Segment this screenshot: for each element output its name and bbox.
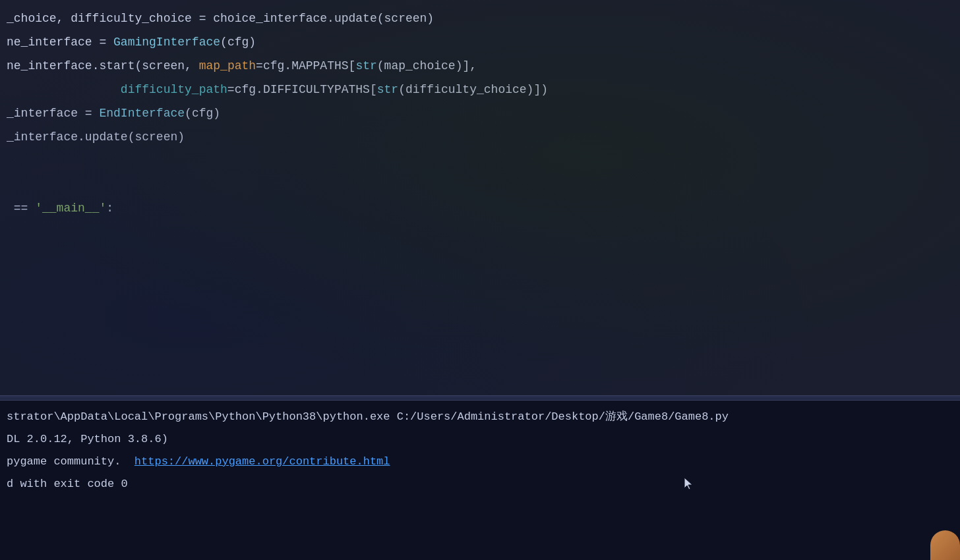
terminal-line-exit: d with exit code 0 (7, 473, 953, 495)
code-line-blank2 (0, 173, 960, 196)
code-editor: _choice, difficulty_choice = choice_inte… (0, 0, 960, 395)
editor-terminal-divider (0, 395, 960, 401)
terminal-line-2: DL 2.0.12, Python 3.8.6) (7, 428, 953, 451)
pygame-contribute-link[interactable]: https://www.pygame.org/contribute.html (135, 455, 390, 468)
code-line-main: == '__main__': (0, 196, 960, 220)
code-line-6: _interface.update(screen) (0, 125, 960, 149)
terminal-line-3: pygame community. https://www.pygame.org… (7, 451, 953, 473)
terminal-line-1: strator\AppData\Local\Programs\Python\Py… (7, 406, 953, 428)
code-line-5: _interface = EndInterface(cfg) (0, 101, 960, 125)
code-line-blank1 (0, 149, 960, 173)
code-line-3: ne_interface.start(screen, map_path=cfg.… (0, 54, 960, 78)
terminal: strator\AppData\Local\Programs\Python\Py… (0, 401, 960, 560)
code-line-4: difficulty_path=cfg.DIFFICULTYPATHS[str(… (0, 78, 960, 101)
user-avatar (930, 530, 960, 560)
code-line-2: ne_interface = GamingInterface(cfg) (0, 30, 960, 54)
code-line-1: _choice, difficulty_choice = choice_inte… (0, 7, 960, 30)
